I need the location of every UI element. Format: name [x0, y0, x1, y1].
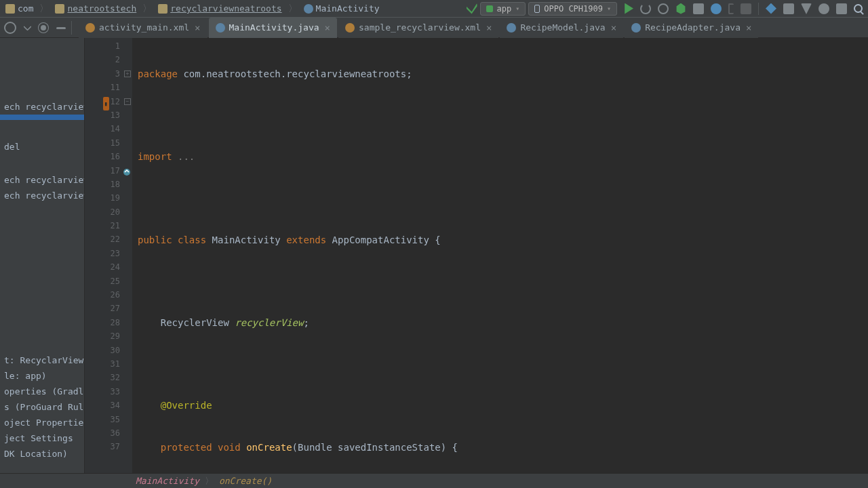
line-number: 30 — [85, 344, 132, 357]
tab-recipe-model[interactable]: RecipeModel.java× — [500, 18, 623, 38]
line-number: 13 — [85, 108, 132, 122]
line-number: 15 — [85, 136, 132, 150]
attach-debugger-button[interactable] — [728, 3, 734, 14]
line-number: 19 — [85, 191, 132, 205]
line-number: 31 — [85, 357, 132, 371]
line-number: 25 — [85, 274, 132, 288]
line-number: 2 — [85, 53, 132, 66]
git-push-button[interactable] — [801, 3, 812, 14]
close-icon[interactable]: × — [746, 22, 751, 33]
tree-item[interactable]: oject Properties — [0, 415, 84, 430]
breadcrumb-item[interactable]: com — [0, 0, 39, 18]
tab-activity-main[interactable]: activity_main.xml× — [79, 18, 208, 38]
tab-recipe-adapter[interactable]: RecipeAdapter.java× — [625, 18, 758, 38]
sdk-manager-button[interactable] — [836, 3, 847, 14]
run-config-selector[interactable]: app▾ — [480, 2, 526, 16]
line-number: 34 — [85, 399, 132, 412]
collapse-icon[interactable] — [56, 27, 66, 29]
override-icon[interactable] — [123, 167, 131, 175]
close-icon[interactable]: × — [325, 22, 330, 33]
line-number: 16 — [85, 150, 132, 163]
apply-code-changes-button[interactable] — [658, 3, 669, 14]
editor-tabs: activity_main.xml× MainActivity.java× sa… — [79, 18, 868, 38]
gear-icon[interactable] — [41, 25, 46, 30]
apply-changes-button[interactable] — [640, 3, 651, 14]
chevron-down-icon: ▾ — [607, 5, 611, 12]
line-number: 35 — [85, 413, 132, 426]
tree-item[interactable]: le: app) — [0, 368, 84, 384]
chevron-right-icon: 〉 — [39, 3, 50, 15]
fold-icon[interactable]: + — [124, 70, 131, 77]
close-icon[interactable]: × — [611, 22, 616, 33]
project-tree[interactable]: ech recyclarviewn del ech recyclarviewn … — [0, 38, 85, 473]
run-configuration: app▾ OPPO CPH1909▾ — [467, 2, 617, 16]
line-number: 28 — [85, 316, 132, 329]
make-icon[interactable] — [467, 3, 477, 14]
line-number: 1 — [85, 39, 132, 53]
line-number: 11 — [85, 81, 132, 94]
line-number: 36 — [85, 426, 132, 440]
profiler-button[interactable] — [711, 3, 722, 14]
line-number: 18 — [85, 178, 132, 191]
line-number: 26 — [85, 288, 132, 302]
line-number: 37 — [85, 440, 132, 453]
avd-manager-button[interactable] — [818, 3, 829, 14]
close-icon[interactable]: × — [486, 22, 492, 33]
breadcrumb-class[interactable]: MainActivity — [136, 476, 199, 486]
tree-item[interactable]: DK Location) — [0, 446, 84, 462]
tab-sample-recyclerview[interactable]: sample_recyclarview.xml× — [338, 18, 498, 38]
separator — [71, 21, 72, 35]
search-icon[interactable] — [854, 4, 863, 13]
select-open-icon[interactable] — [4, 22, 16, 34]
device-selector[interactable]: OPPO CPH1909▾ — [528, 2, 617, 16]
chevron-right-icon: 〉 — [288, 3, 298, 15]
tree-item[interactable]: ech recyclarviewn — [0, 188, 84, 203]
stop-button[interactable] — [741, 3, 751, 14]
line-number: 22 — [85, 232, 132, 246]
editor-tab-row: activity_main.xml× MainActivity.java× sa… — [0, 18, 868, 38]
breadcrumb-item-class[interactable]: MainActivity — [298, 0, 385, 18]
line-number: 24 — [85, 260, 132, 274]
main-area: ech recyclarviewn del ech recyclarviewn … — [0, 38, 868, 473]
separator — [758, 3, 759, 15]
line-number: 3+ — [85, 67, 132, 81]
tree-item[interactable]: operties (Gradle V — [0, 384, 84, 399]
toolbar-actions — [617, 3, 868, 15]
tree-item[interactable]: t: RecyclarViewN — [0, 352, 84, 368]
gutter: 1 2 3+ 11 12▮− 13 14 15 16 17 18 19 20 2… — [85, 38, 132, 473]
run-button[interactable] — [623, 3, 633, 14]
tree-item[interactable]: del — [0, 139, 84, 155]
tree-item[interactable]: ech recyclarviewn — [0, 99, 84, 115]
structure-breadcrumb: MainActivity 〉 onCreate() — [0, 473, 868, 488]
line-number: 21 — [85, 219, 132, 232]
tree-item-selected[interactable] — [0, 115, 84, 120]
line-number: 17 — [85, 164, 132, 178]
fold-icon[interactable]: − — [124, 98, 131, 105]
breadcrumb-method[interactable]: onCreate() — [219, 476, 272, 486]
expand-icon[interactable] — [23, 22, 32, 31]
tree-item[interactable]: s (ProGuard Rules — [0, 399, 84, 415]
chevron-right-icon: 〉 — [142, 3, 153, 15]
line-number: 29 — [85, 329, 132, 343]
tree-item[interactable]: ech recyclarviewn — [0, 172, 84, 188]
git-update-button[interactable] — [766, 3, 776, 14]
line-number: 33 — [85, 385, 132, 399]
coverage-button[interactable] — [693, 3, 704, 14]
chevron-down-icon: ▾ — [515, 5, 519, 12]
line-number: 23 — [85, 247, 132, 260]
tree-item[interactable]: ject Settings — [0, 430, 84, 446]
breadcrumb-item[interactable]: recyclarviewneatroots — [153, 0, 287, 18]
line-number: 14 — [85, 122, 132, 136]
line-number: 32 — [85, 371, 132, 384]
code-area[interactable]: package com.neatrootstech.recyclarviewne… — [132, 38, 868, 473]
code-editor[interactable]: 1 2 3+ 11 12▮− 13 14 15 16 17 18 19 20 2… — [85, 38, 868, 473]
debug-button[interactable] — [675, 3, 686, 14]
close-icon[interactable]: × — [195, 22, 200, 33]
line-number: 27 — [85, 302, 132, 315]
line-number: 12▮− — [85, 95, 132, 108]
breadcrumb: com 〉 neatrootstech 〉 recyclarviewneatro… — [0, 0, 467, 18]
chevron-right-icon: 〉 — [199, 475, 219, 487]
git-commit-button[interactable] — [783, 3, 794, 14]
tab-main-activity[interactable]: MainActivity.java× — [209, 18, 338, 38]
breadcrumb-item[interactable]: neatrootstech — [50, 0, 142, 18]
